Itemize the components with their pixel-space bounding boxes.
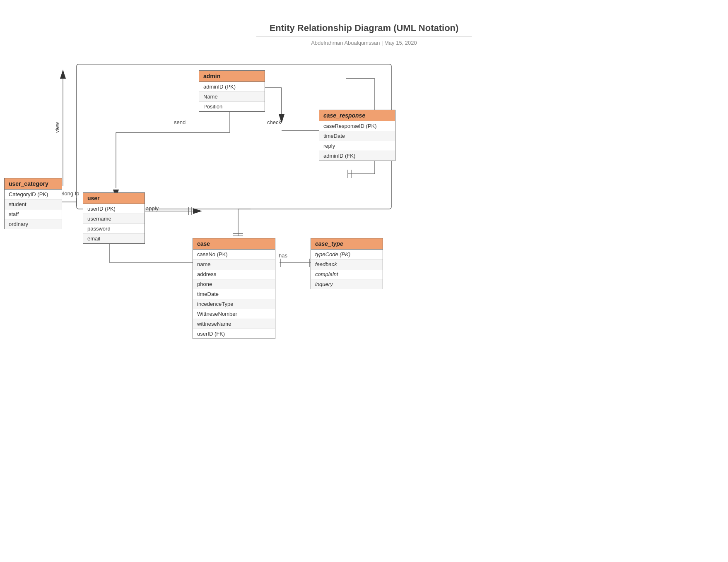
entity-admin: admin adminID (PK) Name Position [199,70,265,112]
case-type-field-1: typeCode (PK) [311,250,383,259]
user-field-2: username [83,214,145,224]
case-field-6: incedenceType [193,299,275,309]
case-field-8: wittneseName [193,319,275,329]
entity-case-response-header: case_response [319,110,395,121]
entity-case-header: case [193,238,275,250]
entity-user: user userID (PK) username password email [83,192,145,244]
page-header: Entity Relationship Diagram (UML Notatio… [0,0,728,50]
rel-check-label: check [267,119,281,125]
case-response-field-1: caseResponseID (PK) [319,121,395,131]
admin-field-2: Name [199,92,265,102]
entity-user-category-header: user_category [5,178,62,190]
case-response-field-4: adminID (FK) [319,151,395,161]
case-field-3: address [193,269,275,279]
diagram-area: send check view belong to apply has admi… [0,58,728,562]
rel-view-label: view [54,122,60,133]
page-subtitle: Abdelrahman Abualqumssan | May 15, 2020 [0,40,728,46]
entity-admin-header: admin [199,71,265,82]
rel-send-label: send [174,119,186,125]
case-type-field-4: inquery [311,279,383,289]
user-category-field-1: CategoryID (PK) [5,190,62,199]
user-category-field-4: ordinary [5,219,62,229]
user-field-4: email [83,234,145,243]
case-field-7: WittneseNomber [193,309,275,319]
admin-field-1: adminID (PK) [199,82,265,92]
entity-case-type: case_type typeCode (PK) feedback complai… [311,238,383,289]
case-type-field-2: feedback [311,259,383,269]
entity-case-response: case_response caseResponseID (PK) timeDa… [319,110,395,161]
svg-marker-9 [60,70,66,79]
case-response-field-2: timeDate [319,131,395,141]
case-field-4: phone [193,279,275,289]
user-field-3: password [83,224,145,234]
entity-case: case caseNo (PK) name address phone time… [193,238,275,339]
user-category-field-2: student [5,199,62,209]
case-response-field-3: reply [319,141,395,151]
case-field-5: timeDate [193,289,275,299]
user-category-field-3: staff [5,209,62,219]
rel-apply-label: apply [146,205,159,211]
user-field-1: userID (PK) [83,204,145,214]
entity-user-category: user_category CategoryID (PK) student st… [4,178,62,229]
admin-field-3: Position [199,102,265,111]
entity-case-type-header: case_type [311,238,383,250]
case-field-2: name [193,259,275,269]
rel-has-label: has [279,252,287,259]
title-underline [256,36,472,36]
entity-user-header: user [83,193,145,204]
page-title: Entity Relationship Diagram (UML Notatio… [0,23,728,34]
case-field-9: userID (FK) [193,329,275,339]
case-field-1: caseNo (PK) [193,250,275,259]
case-type-field-3: complaint [311,269,383,279]
